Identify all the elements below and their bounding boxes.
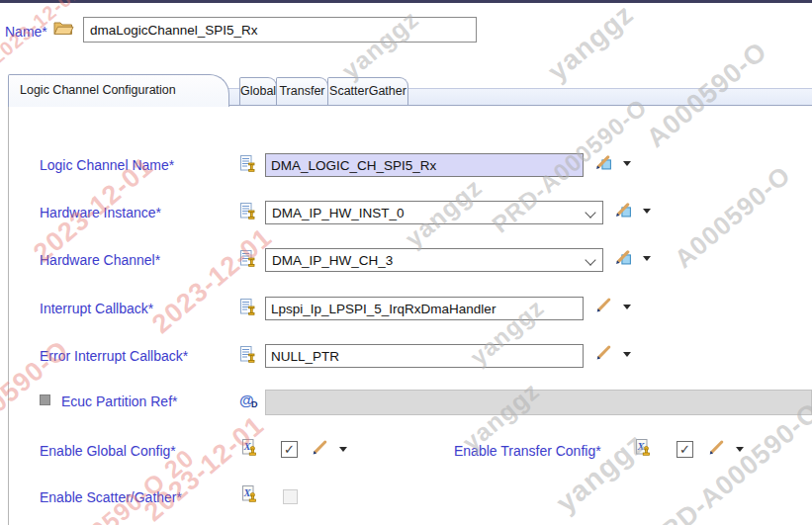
combo-chevron-icon [585, 207, 595, 218]
watermark: yanggz [542, 0, 640, 88]
dma-logic-channel-editor: Name* Logic Channel Configuration Global… [0, 0, 812, 525]
ecuc-partition-ref-label: Ecuc Partition Ref* [61, 394, 178, 409]
name-input[interactable] [83, 17, 477, 43]
name-label: Name* [5, 24, 47, 40]
folder-icon [53, 20, 74, 36]
boolean-parameter-icon: X [636, 439, 651, 457]
edit-value-icon[interactable] [615, 201, 632, 218]
hardware-instance-value: DMA_IP_HW_INST_0 [272, 206, 405, 220]
combo-chevron-icon [585, 254, 595, 265]
watermark: 2023-12-01 [138, 410, 270, 525]
interrupt-callback-label: Interrupt Callback* [40, 301, 153, 316]
enable-transfer-config-label: Enable Transfer Config* [454, 443, 601, 459]
svg-text:X: X [243, 441, 252, 452]
panel-border [8, 105, 9, 525]
reference-icon[interactable]: @D [239, 392, 259, 409]
svg-text:X: X [637, 441, 646, 452]
edit-value-icon[interactable] [615, 248, 632, 265]
error-interrupt-callback-label: Error Interrupt Callback* [40, 348, 188, 364]
text-parameter-icon [240, 346, 255, 364]
edit-pencil-icon[interactable] [708, 439, 725, 456]
text-parameter-icon [240, 299, 255, 316]
boolean-parameter-icon: X [242, 439, 257, 457]
dropdown-arrow-icon[interactable] [643, 256, 651, 261]
text-parameter-icon [240, 155, 255, 173]
error-interrupt-callback-input[interactable] [265, 344, 584, 368]
edit-value-icon[interactable] [595, 153, 612, 170]
checkbox-enable-transfer-config[interactable]: ✓ [677, 441, 693, 458]
text-parameter-icon [240, 250, 255, 268]
checkbox-enable-scatter-gather [283, 489, 298, 504]
dropdown-arrow-icon[interactable] [623, 305, 631, 309]
partition-ref-marker-icon [40, 394, 50, 405]
edit-pencil-icon[interactable] [312, 439, 328, 456]
boolean-parameter-icon: X [242, 485, 257, 503]
tab-transfer[interactable]: Transfer [276, 77, 328, 105]
edit-pencil-icon[interactable] [595, 297, 612, 313]
watermark: A000590-O [669, 160, 797, 275]
interrupt-callback-input[interactable] [265, 297, 584, 320]
dropdown-arrow-icon[interactable] [623, 161, 631, 166]
enable-scatter-gather-label: Enable Scatter/Gather* [40, 489, 182, 505]
tab-scattergather[interactable]: ScatterGather [327, 77, 408, 105]
dropdown-arrow-icon[interactable] [736, 447, 744, 452]
dropdown-arrow-icon[interactable] [643, 209, 651, 214]
tab-logic-channel-configuration[interactable]: Logic Channel Configuration [8, 74, 229, 107]
logic-channel-name-input[interactable] [265, 153, 584, 177]
dropdown-arrow-icon[interactable] [339, 447, 347, 452]
checkbox-enable-global-config[interactable]: ✓ [281, 441, 298, 458]
text-parameter-icon [240, 203, 255, 220]
tab-global[interactable]: Global [239, 77, 277, 105]
svg-text:X: X [243, 487, 252, 498]
ecuc-partition-ref-field [265, 390, 812, 415]
top-divider [0, 0, 812, 3]
hardware-channel-value: DMA_IP_HW_CH_3 [272, 253, 393, 268]
dropdown-arrow-icon[interactable] [623, 352, 631, 357]
watermark: PRD-A000590-O [641, 396, 812, 525]
watermark: 2023-12-01 [146, 222, 278, 340]
hardware-channel-label: Hardware Channel* [40, 252, 160, 268]
hardware-instance-label: Hardware Instance* [40, 205, 161, 220]
tab-baseline [226, 105, 812, 106]
enable-global-config-label: Enable Global Config* [40, 443, 176, 459]
hardware-instance-combobox[interactable]: DMA_IP_HW_INST_0 [265, 201, 603, 224]
hardware-channel-combobox[interactable]: DMA_IP_HW_CH_3 [265, 248, 603, 272]
logic-channel-name-label: Logic Channel Name* [40, 157, 174, 173]
edit-pencil-icon[interactable] [595, 344, 612, 361]
